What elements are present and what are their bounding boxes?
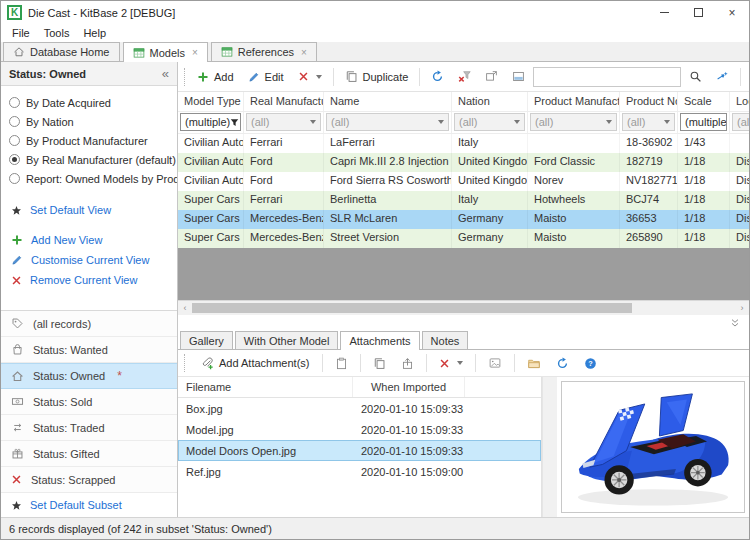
attachment-row[interactable]: Ref.jpg2020-01-10 15:09:00: [178, 461, 541, 482]
attachment-preview-frame[interactable]: [561, 381, 745, 513]
edit-record-button[interactable]: Edit: [242, 68, 290, 86]
column-filter[interactable]: (all): [732, 113, 749, 131]
refresh-button[interactable]: [425, 67, 450, 86]
column-header-scale[interactable]: Scale: [678, 92, 730, 111]
column-filter[interactable]: (multiple): [680, 113, 727, 131]
view-attachment-button[interactable]: [482, 354, 508, 372]
column-header-product-no[interactable]: Product No: [620, 92, 678, 111]
set-default-subset-link[interactable]: Set Default Subset: [1, 493, 177, 517]
open-window-button[interactable]: [479, 67, 504, 86]
menu-tools[interactable]: Tools: [37, 25, 77, 41]
subset-all-records[interactable]: (all records): [1, 311, 177, 337]
column-header-name[interactable]: Name: [324, 92, 452, 111]
attachments-toolbar-grip[interactable]: [184, 354, 188, 372]
subset-status-gifted[interactable]: Status: Gifted: [1, 441, 177, 467]
view-option-label: By Nation: [26, 116, 74, 128]
refresh-attachments-button[interactable]: [550, 354, 575, 373]
table-row[interactable]: Civilian AutosFordCapri Mk.III 2.8 Injec…: [178, 153, 749, 172]
radio-icon[interactable]: [9, 97, 20, 108]
bottom-tab-with-other-model[interactable]: With Other Model: [235, 331, 339, 349]
collapse-sidebar-icon[interactable]: «: [162, 66, 169, 81]
view-option[interactable]: By Real Manufacturer (default): [1, 150, 177, 169]
minimize-button[interactable]: [647, 1, 681, 24]
menu-help[interactable]: Help: [76, 25, 113, 41]
horizontal-scrollbar[interactable]: ‹ ›: [178, 300, 749, 315]
add-record-button[interactable]: Add: [191, 68, 240, 86]
subset-status-owned[interactable]: Status: Owned*: [1, 363, 177, 389]
panel-icon: [512, 70, 525, 83]
delete-attachment-button[interactable]: [433, 355, 469, 372]
scroll-left-icon[interactable]: ‹: [178, 301, 192, 315]
close-tab-icon[interactable]: ×: [301, 47, 307, 58]
view-option[interactable]: By Product Manufacturer: [1, 131, 177, 150]
customise-current-view-link[interactable]: Customise Current View: [1, 250, 177, 270]
column-header-nation[interactable]: Nation: [452, 92, 528, 111]
preview-pane-button[interactable]: [506, 67, 531, 86]
column-header-loc[interactable]: Loc: [730, 92, 749, 111]
close-button[interactable]: ×: [715, 1, 749, 24]
bottom-tab-notes[interactable]: Notes: [422, 331, 469, 349]
duplicate-button[interactable]: Duplicate: [339, 67, 415, 86]
clear-filter-button[interactable]: [452, 67, 477, 86]
column-filter[interactable]: (all): [246, 113, 321, 131]
search-button[interactable]: [683, 67, 708, 86]
attachments-col-when-imported[interactable]: When Imported: [353, 377, 465, 397]
table-row[interactable]: Civilian AutosFerrariLaFerrariItaly18-36…: [178, 134, 749, 153]
radio-icon[interactable]: [9, 116, 20, 127]
paste-attachment-button[interactable]: [329, 354, 354, 373]
table-row[interactable]: Super CarsMercedes-BenzStreet VersionGer…: [178, 229, 749, 248]
table-row[interactable]: Super CarsFerrariBerlinettaItalyHotwheel…: [178, 191, 749, 210]
view-option[interactable]: By Date Acquired: [1, 93, 177, 112]
set-default-view-link[interactable]: Set Default View: [1, 200, 177, 220]
tab-database-home[interactable]: Database Home: [3, 42, 120, 61]
attachment-row[interactable]: Box.jpg2020-01-10 15:09:33: [178, 398, 541, 419]
column-header-model-type[interactable]: Model Type: [178, 92, 244, 111]
subset-status-wanted[interactable]: Status: Wanted: [1, 337, 177, 363]
attachments-scrollbar[interactable]: [542, 377, 557, 517]
column-header-product-manufacturer[interactable]: Product Manufacturer: [528, 92, 620, 111]
delete-record-button[interactable]: [292, 68, 328, 85]
add-new-view-link[interactable]: Add New View: [1, 230, 177, 250]
column-filter[interactable]: (all): [326, 113, 449, 131]
panel-splitter[interactable]: [178, 315, 749, 331]
toolbar-grip[interactable]: [184, 68, 185, 86]
scroll-right-icon[interactable]: ›: [735, 301, 749, 315]
help-button[interactable]: ?: [578, 354, 603, 373]
maximize-button[interactable]: [681, 1, 715, 24]
tab-models[interactable]: Models×: [123, 42, 208, 62]
column-filter[interactable]: (multiple): [180, 113, 241, 131]
export-attachment-button[interactable]: [395, 354, 420, 373]
column-filter[interactable]: (all): [622, 113, 675, 131]
bottom-tab-attachments[interactable]: Attachments: [340, 331, 419, 350]
copy-attachment-button[interactable]: [367, 354, 392, 373]
radio-icon[interactable]: [9, 173, 20, 184]
subset-label: Status: Owned: [33, 370, 105, 382]
table-row-selected[interactable]: Super CarsMercedes-BenzSLR McLarenGerman…: [178, 210, 749, 229]
subset-status-scrapped[interactable]: Status: Scrapped: [1, 467, 177, 493]
remove-current-view-link[interactable]: Remove Current View: [1, 270, 177, 290]
subset-status-traded[interactable]: Status: Traded: [1, 415, 177, 441]
attachment-row-selected[interactable]: Model Doors Open.jpg2020-01-10 15:09:33: [178, 440, 541, 461]
column-filter[interactable]: (all): [530, 113, 617, 131]
search-options-button[interactable]: [710, 67, 735, 86]
radio-icon[interactable]: [9, 135, 20, 146]
radio-icon[interactable]: [9, 154, 20, 165]
grid-empty-area: [178, 248, 749, 300]
attachments-col-filename[interactable]: Filename: [178, 377, 353, 397]
tab-references[interactable]: References×: [211, 42, 317, 61]
view-option[interactable]: Report: Owned Models by Produ: [1, 169, 177, 188]
menu-file[interactable]: File: [5, 25, 37, 41]
close-tab-icon[interactable]: ×: [192, 47, 198, 58]
goto-record-button[interactable]: Go to Record: [746, 68, 750, 86]
column-header-real-manufacturer[interactable]: Real Manufacturer: [244, 92, 324, 111]
bottom-tab-gallery[interactable]: Gallery: [180, 331, 233, 349]
scrollbar-thumb[interactable]: [192, 303, 632, 313]
view-option[interactable]: By Nation: [1, 112, 177, 131]
table-row[interactable]: Civilian AutosFordFord Sierra RS Coswort…: [178, 172, 749, 191]
column-filter[interactable]: (all): [454, 113, 525, 131]
add-attachment-button[interactable]: Add Attachment(s): [195, 354, 316, 373]
open-folder-button[interactable]: [521, 354, 547, 373]
attachment-row[interactable]: Model.jpg2020-01-10 15:09:33: [178, 419, 541, 440]
search-input[interactable]: [533, 67, 681, 87]
subset-status-sold[interactable]: Status: Sold: [1, 389, 177, 415]
